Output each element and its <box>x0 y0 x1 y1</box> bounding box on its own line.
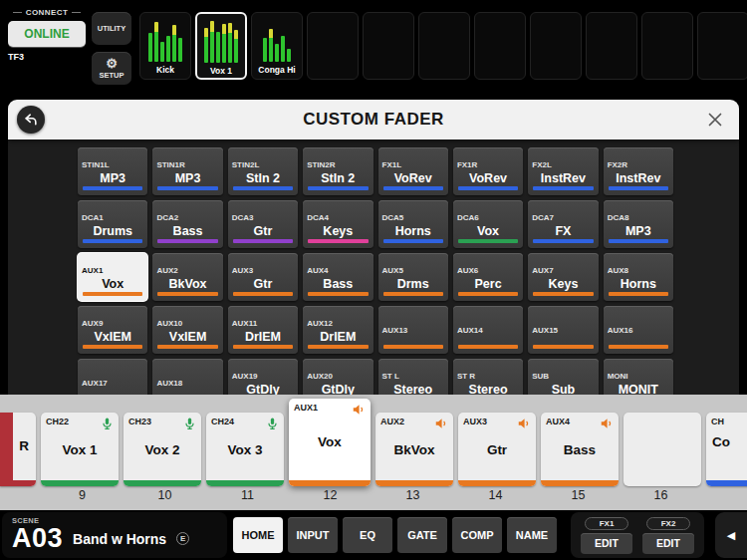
fader-assign-fx1r[interactable]: FX1RVoRev <box>453 147 523 195</box>
fader-assign-dca2[interactable]: DCA2Bass <box>152 200 222 248</box>
fader-strip-ch22[interactable]: CH22Vox 1 <box>41 413 119 486</box>
channel-color-bar <box>157 239 217 243</box>
empty-channel-slot <box>586 12 637 80</box>
cell-name: Vox <box>457 224 519 238</box>
tab-comp[interactable]: COMP <box>452 517 502 553</box>
fader-strips: RCH22Vox 1CH23Vox 2CH24Vox 3AUX1VoxAUX2B… <box>0 395 747 486</box>
setup-button[interactable]: ⚙ SETUP <box>92 52 131 85</box>
fader-assign-aux4[interactable]: AUX4Bass <box>303 253 373 301</box>
cell-name: BkVox <box>156 277 218 291</box>
fader-assign-stl[interactable]: ST LStereo <box>378 359 448 395</box>
cell-name: MONIT <box>608 383 669 395</box>
strip-id: AUX4 <box>546 417 570 426</box>
cell-name: Vox <box>82 277 143 291</box>
strip-name: R <box>12 438 36 453</box>
strip-id: AUX2 <box>380 417 404 426</box>
close-button[interactable] <box>705 110 725 130</box>
meter-channel-name: Conga Hi <box>256 65 298 75</box>
left-arrow-icon: ◀ <box>727 529 735 542</box>
cell-name: FX <box>532 224 594 238</box>
fader-assign-aux2[interactable]: AUX2BkVox <box>152 253 222 301</box>
drawer-toggle[interactable]: ◀ <box>715 512 747 558</box>
meter-channel-vox-1[interactable]: Vox 1 <box>195 12 247 80</box>
fader-assign-aux13[interactable]: AUX13 <box>378 306 448 354</box>
fader-assign-aux19[interactable]: AUX19GtDly <box>228 359 298 395</box>
fader-assign-aux3[interactable]: AUX3Gtr <box>228 253 298 301</box>
tab-eq[interactable]: EQ <box>343 517 392 553</box>
fader-strip-aux1[interactable]: AUX1Vox <box>289 399 371 486</box>
fader-assign-aux5[interactable]: AUX5Drms <box>378 253 448 301</box>
cell-id: STIN1R <box>156 160 218 169</box>
cell-name: VoRev <box>382 171 444 185</box>
fader-assign-dca3[interactable]: DCA3Gtr <box>228 200 298 248</box>
fader-strip-r[interactable]: R <box>0 413 36 486</box>
fader-assign-sub[interactable]: SUBSub <box>528 359 598 395</box>
cell-name: InstRev <box>608 171 669 185</box>
fader-strip-empty[interactable] <box>623 413 701 486</box>
fader-strip-ch[interactable]: CHCo <box>706 413 747 486</box>
fx-edit-button[interactable]: EDIT <box>642 533 694 554</box>
fader-assign-dca1[interactable]: DCA1Drums <box>78 200 147 248</box>
meter-channel-conga-hi[interactable]: Conga Hi <box>251 12 303 80</box>
cell-name: MP3 <box>156 171 218 185</box>
cell-id: DCA5 <box>382 213 444 222</box>
scene-edited-badge: E <box>176 532 189 545</box>
fader-strip-aux3[interactable]: AUX3Gtr <box>458 413 536 486</box>
back-button[interactable] <box>17 106 45 134</box>
fader-assign-fx1l[interactable]: FX1LVoRev <box>378 147 448 195</box>
fader-assign-aux15[interactable]: AUX15 <box>528 306 598 354</box>
fader-strip-aux4[interactable]: AUX4Bass <box>541 413 619 486</box>
fader-assign-aux7[interactable]: AUX7Keys <box>528 253 598 301</box>
fader-assign-aux18[interactable]: AUX18 <box>152 359 222 395</box>
fader-assign-stin2l[interactable]: STIN2LStIn 2 <box>228 147 298 195</box>
fx-edit-button[interactable]: EDIT <box>581 533 632 554</box>
online-button[interactable]: ONLINE <box>8 21 86 47</box>
fader-assign-dca7[interactable]: DCA7FX <box>528 200 598 248</box>
fader-assign-stin1l[interactable]: STIN1LMP3 <box>78 147 147 195</box>
cell-name: Keys <box>532 277 594 291</box>
channel-color-bar <box>609 345 668 349</box>
utility-button[interactable]: UTILITY <box>92 12 131 45</box>
fader-assign-aux20[interactable]: AUX20GtDly <box>303 359 373 395</box>
tab-gate[interactable]: GATE <box>397 517 447 553</box>
fader-assign-aux6[interactable]: AUX6Perc <box>453 253 523 301</box>
fader-assign-moni[interactable]: MONIMONIT <box>604 359 673 395</box>
fader-assign-aux12[interactable]: AUX12DrIEM <box>303 306 373 354</box>
tab-home[interactable]: HOME <box>233 517 283 553</box>
fader-assign-aux11[interactable]: AUX11DrIEM <box>228 306 298 354</box>
scene-block[interactable]: SCENE A03 Band w Horns E <box>2 512 227 558</box>
tab-name[interactable]: NAME <box>507 517 557 553</box>
cell-id: DCA6 <box>457 213 519 222</box>
fader-assign-dca4[interactable]: DCA4Keys <box>303 200 373 248</box>
fader-assign-aux1[interactable]: AUX1Vox <box>78 253 147 301</box>
connect-label: CONNECT <box>8 8 86 17</box>
channel-color-bar <box>533 239 593 243</box>
channel-color-bar <box>308 239 368 243</box>
fader-strip-ch23[interactable]: CH23Vox 2 <box>124 413 201 486</box>
fader-assign-stin2r[interactable]: STIN2RStIn 2 <box>303 147 373 195</box>
fader-assign-fx2l[interactable]: FX2LInstRev <box>528 147 598 195</box>
fader-strip-ch24[interactable]: CH24Vox 3 <box>206 413 284 486</box>
fader-assign-dca8[interactable]: DCA8MP3 <box>604 200 673 248</box>
tab-input[interactable]: INPUT <box>288 517 338 553</box>
fader-assign-aux8[interactable]: AUX8Horns <box>604 253 673 301</box>
cell-id: AUX10 <box>156 319 218 328</box>
fader-assign-dca6[interactable]: DCA6Vox <box>453 200 523 248</box>
fader-assign-aux9[interactable]: AUX9VxIEM <box>78 306 147 354</box>
fader-assign-stin1r[interactable]: STIN1RMP3 <box>152 147 222 195</box>
meter-channel-kick[interactable]: Kick <box>139 12 191 80</box>
fader-assign-aux14[interactable]: AUX14 <box>453 306 523 354</box>
top-bar: CONNECT ONLINE TF3 UTILITY ⚙ SETUP KickV… <box>0 0 747 95</box>
channel-color-bar <box>157 186 217 190</box>
fader-assign-fx2r[interactable]: FX2RInstRev <box>604 147 673 195</box>
channel-color-bar <box>609 239 668 243</box>
cell-name: Horns <box>608 277 669 291</box>
fader-assign-str[interactable]: ST RStereo <box>453 359 523 395</box>
strip-header: AUX4 <box>541 413 619 434</box>
fader-strip-aux2[interactable]: AUX2BkVox <box>375 413 453 486</box>
strip-header: AUX1 <box>289 399 371 420</box>
fader-assign-aux16[interactable]: AUX16 <box>604 306 673 354</box>
fader-assign-dca5[interactable]: DCA5Horns <box>378 200 448 248</box>
fader-assign-aux17[interactable]: AUX17 <box>78 359 147 395</box>
fader-assign-aux10[interactable]: AUX10VxIEM <box>152 306 222 354</box>
